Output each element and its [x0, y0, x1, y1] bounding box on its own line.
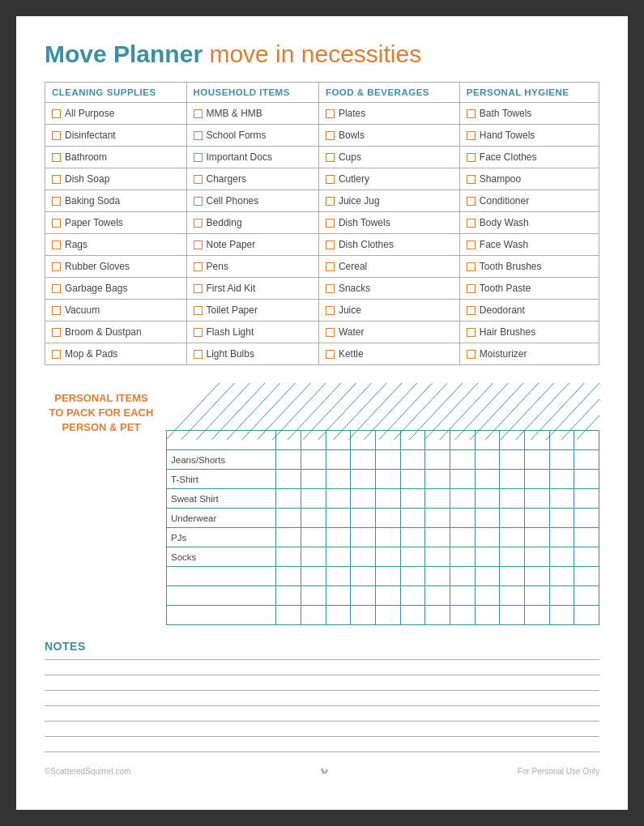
checklist-item[interactable]: First Aid Kit [194, 282, 312, 295]
personal-cell[interactable] [276, 470, 301, 489]
personal-cell[interactable] [301, 567, 326, 586]
personal-cell[interactable] [276, 547, 301, 567]
checklist-item[interactable]: Bowls [326, 129, 453, 142]
checklist-item[interactable]: Snacks [326, 282, 453, 295]
checklist-item[interactable]: Chargers [194, 172, 312, 185]
personal-cell[interactable] [524, 547, 549, 567]
personal-cell[interactable] [375, 586, 400, 606]
personal-cell[interactable] [574, 470, 599, 489]
personal-cell[interactable] [500, 567, 525, 586]
personal-cell[interactable] [475, 586, 500, 606]
checkbox-icon[interactable] [326, 241, 335, 249]
personal-cell[interactable] [351, 567, 376, 586]
personal-cell[interactable] [524, 567, 549, 586]
personal-cell[interactable] [351, 470, 376, 489]
personal-cell[interactable] [351, 489, 376, 509]
personal-cell[interactable] [524, 586, 549, 606]
checkbox-icon[interactable] [52, 219, 61, 228]
personal-cell[interactable] [475, 509, 500, 528]
personal-cell[interactable] [425, 586, 450, 606]
personal-cell[interactable] [524, 470, 549, 489]
personal-cell[interactable] [425, 470, 450, 489]
checkbox-icon[interactable] [326, 284, 335, 293]
personal-cell[interactable] [375, 450, 400, 470]
personal-cell[interactable] [450, 528, 475, 547]
checkbox-icon[interactable] [467, 306, 476, 315]
checklist-item[interactable]: Paper Towels [52, 216, 180, 229]
personal-cell[interactable] [450, 450, 475, 470]
checklist-item[interactable]: Deodorant [467, 304, 592, 317]
checklist-item[interactable]: Kettle [326, 347, 453, 360]
checklist-item[interactable]: Light Bulbs [194, 347, 312, 360]
checklist-item[interactable]: Dish Towels [326, 216, 453, 229]
personal-cell[interactable] [375, 547, 400, 567]
checklist-item[interactable]: MMB & HMB [194, 107, 312, 120]
checklist-item[interactable]: Broom & Dustpan [52, 326, 180, 338]
personal-cell[interactable] [301, 547, 326, 567]
checklist-item[interactable]: Hair Brushes [467, 326, 592, 338]
checkbox-icon[interactable] [467, 131, 476, 140]
checkbox-icon[interactable] [52, 131, 61, 140]
checkbox-icon[interactable] [194, 153, 203, 162]
personal-cell[interactable] [500, 489, 525, 509]
personal-cell[interactable] [574, 606, 599, 625]
checklist-item[interactable]: Conditioner [467, 194, 592, 207]
checkbox-icon[interactable] [194, 197, 203, 206]
checklist-item[interactable]: Juice [326, 304, 453, 317]
personal-cell[interactable] [326, 547, 351, 567]
personal-cell[interactable] [375, 470, 400, 489]
checkbox-icon[interactable] [467, 175, 476, 184]
personal-cell[interactable] [400, 567, 425, 586]
personal-cell[interactable] [301, 470, 326, 489]
checkbox-icon[interactable] [52, 328, 61, 337]
checkbox-icon[interactable] [467, 350, 476, 359]
personal-cell[interactable] [351, 528, 376, 547]
personal-cell[interactable] [450, 509, 475, 528]
personal-cell[interactable] [301, 528, 326, 547]
checklist-item[interactable]: Pens [194, 260, 312, 273]
personal-cell[interactable] [500, 509, 525, 528]
checkbox-icon[interactable] [194, 109, 203, 118]
personal-cell[interactable] [400, 606, 425, 625]
personal-cell[interactable] [475, 606, 500, 625]
checkbox-icon[interactable] [467, 153, 476, 162]
personal-cell[interactable] [500, 586, 525, 606]
personal-cell[interactable] [450, 470, 475, 489]
personal-cell[interactable] [500, 606, 525, 625]
checklist-item[interactable]: Dish Soap [52, 172, 180, 185]
personal-cell[interactable] [475, 450, 500, 470]
personal-cell[interactable] [400, 586, 425, 606]
personal-cell[interactable] [326, 450, 351, 470]
checkbox-icon[interactable] [194, 241, 203, 249]
personal-cell[interactable] [375, 509, 400, 528]
checklist-item[interactable]: Flash Light [194, 326, 312, 338]
checklist-item[interactable]: Toilet Paper [194, 304, 312, 317]
personal-cell[interactable] [574, 509, 599, 528]
personal-cell[interactable] [574, 586, 599, 606]
personal-cell[interactable] [326, 509, 351, 528]
checkbox-icon[interactable] [194, 306, 203, 315]
checklist-item[interactable]: Tooth Brushes [467, 260, 592, 273]
checklist-item[interactable]: Shampoo [467, 172, 592, 185]
personal-cell[interactable] [500, 470, 525, 489]
checkbox-icon[interactable] [467, 219, 476, 228]
personal-cell[interactable] [351, 509, 376, 528]
checklist-item[interactable]: Garbage Bags [52, 282, 180, 295]
checklist-item[interactable]: Bedding [194, 216, 312, 229]
checklist-item[interactable]: Hand Towels [467, 129, 592, 142]
personal-cell[interactable] [301, 509, 326, 528]
personal-cell[interactable] [450, 606, 475, 625]
personal-cell[interactable] [375, 528, 400, 547]
personal-cell[interactable] [475, 547, 500, 567]
personal-cell[interactable] [425, 606, 450, 625]
personal-cell[interactable] [326, 586, 351, 606]
personal-cell[interactable] [326, 470, 351, 489]
checkbox-icon[interactable] [467, 197, 476, 206]
checkbox-icon[interactable] [467, 109, 476, 118]
personal-cell[interactable] [425, 509, 450, 528]
checkbox-icon[interactable] [326, 109, 335, 118]
checkbox-icon[interactable] [52, 241, 61, 249]
checklist-item[interactable]: Face Clothes [467, 151, 592, 164]
personal-cell[interactable] [326, 606, 351, 625]
checkbox-icon[interactable] [326, 175, 335, 184]
